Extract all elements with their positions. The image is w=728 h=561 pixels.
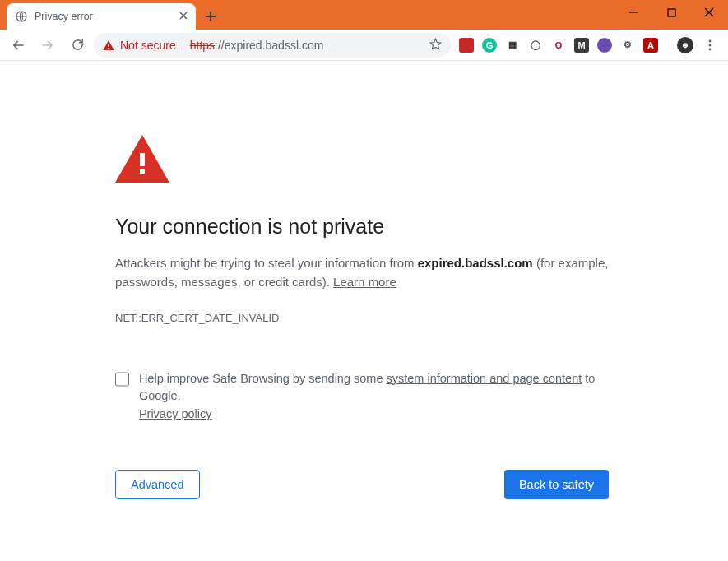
svg-rect-1	[668, 9, 675, 16]
url-protocol: https	[190, 39, 215, 52]
optin-text: Help improve Safe Browsing by sending so…	[139, 370, 609, 424]
tab-active[interactable]: Privacy error	[7, 3, 196, 30]
safebrowsing-optin: Help improve Safe Browsing by sending so…	[115, 370, 609, 424]
tab-title: Privacy error	[35, 11, 93, 22]
toolbar: Not secure https://expired.badssl.com G▦…	[0, 30, 728, 61]
titlebar: Privacy error	[0, 0, 728, 30]
address-bar[interactable]: Not secure https://expired.badssl.com	[94, 33, 451, 58]
warning-body: Attackers might be trying to steal your …	[115, 253, 609, 292]
page-content: Your connection is not private Attackers…	[0, 61, 728, 561]
svg-rect-2	[108, 44, 109, 46]
svg-point-4	[709, 39, 712, 42]
body-prefix: Attackers might be trying to steal your …	[115, 256, 418, 270]
ext-gear-icon[interactable]: ⚙	[620, 38, 635, 53]
tab-strip: Privacy error	[0, 0, 222, 30]
ext-m-dark-icon[interactable]: M	[574, 38, 589, 53]
url-text: https://expired.badssl.com	[190, 39, 324, 52]
bookmark-star-icon[interactable]	[429, 37, 443, 53]
advanced-button[interactable]: Advanced	[115, 470, 200, 499]
profile-avatar[interactable]: ☻	[677, 37, 693, 53]
back-to-safety-button[interactable]: Back to safety	[504, 470, 609, 499]
globe-icon	[15, 10, 28, 23]
privacy-policy-link[interactable]: Privacy policy	[139, 407, 212, 420]
ext-checker-icon[interactable]: ▦	[505, 38, 520, 53]
new-tab-button[interactable]	[199, 5, 222, 28]
optin-system-info-link[interactable]: system information and page content	[387, 372, 582, 385]
svg-point-6	[709, 48, 712, 50]
warning-triangle-large-icon	[115, 135, 609, 185]
warning-triangle-icon	[102, 39, 115, 52]
ext-acrobat-icon[interactable]: A	[643, 38, 658, 53]
svg-rect-8	[140, 169, 145, 174]
page-heading: Your connection is not private	[115, 215, 609, 239]
minimize-button[interactable]	[614, 0, 652, 25]
forward-button[interactable]	[35, 32, 61, 58]
error-code: NET::ERR_CERT_DATE_INVALID	[115, 312, 609, 324]
close-tab-icon[interactable]	[179, 11, 188, 22]
ext-red-square-icon[interactable]	[459, 38, 474, 53]
security-chip[interactable]: Not secure	[102, 39, 183, 52]
ext-circle-grey-icon[interactable]: ◯	[528, 38, 543, 53]
body-domain: expired.badssl.com	[418, 256, 533, 270]
button-row: Advanced Back to safety	[115, 470, 609, 499]
separator	[670, 37, 670, 53]
ext-purple-dot-icon[interactable]	[597, 38, 612, 53]
browser-window: Privacy error	[0, 0, 728, 561]
maximize-button[interactable]	[652, 0, 690, 25]
optin-checkbox[interactable]	[115, 372, 129, 387]
extension-icons: G▦◯OM⚙A	[454, 38, 663, 53]
chrome-menu-button[interactable]	[697, 32, 723, 58]
ext-grammarly-icon[interactable]: G	[482, 38, 497, 53]
reload-button[interactable]	[64, 32, 90, 58]
ext-opera-o-icon[interactable]: O	[551, 38, 566, 53]
optin-prefix: Help improve Safe Browsing by sending so…	[139, 372, 387, 385]
window-controls	[614, 0, 728, 25]
security-chip-label: Not secure	[120, 39, 176, 52]
url-rest: ://expired.badssl.com	[215, 39, 323, 52]
svg-point-5	[709, 44, 712, 46]
close-window-button[interactable]	[690, 0, 728, 25]
learn-more-link[interactable]: Learn more	[333, 275, 396, 289]
ssl-interstitial: Your connection is not private Attackers…	[115, 135, 609, 499]
svg-rect-3	[108, 48, 109, 49]
back-button[interactable]	[5, 32, 31, 58]
svg-rect-7	[140, 153, 145, 166]
